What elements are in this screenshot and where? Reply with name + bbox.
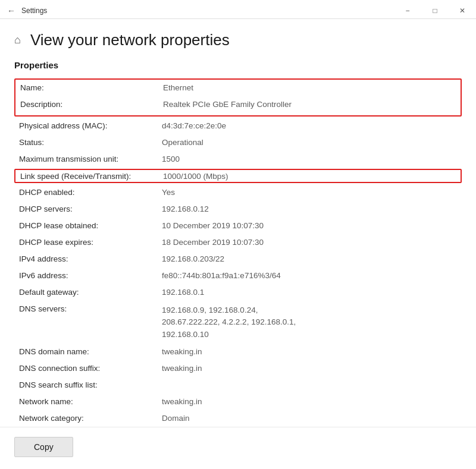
prop-value: d4:3d:7e:ce:2e:0e <box>162 121 457 130</box>
table-row: Physical address (MAC): d4:3d:7e:ce:2e:0… <box>14 118 462 134</box>
prop-label: Description: <box>20 99 163 109</box>
prop-value: Operational <box>162 137 457 147</box>
prop-value: 192.168.0.1 <box>162 287 457 297</box>
prop-value: tweaking.in <box>162 347 457 356</box>
table-row: DHCP lease expires: 18 December 2019 10:… <box>14 234 462 251</box>
prop-label: DNS connection suffix: <box>19 363 162 373</box>
prop-value: tweaking.in <box>162 396 457 406</box>
copy-button[interactable]: Copy <box>14 437 73 457</box>
table-row: DNS domain name: tweaking.in <box>14 344 462 360</box>
table-row: Name: Ethernet <box>20 81 456 97</box>
table-row: DHCP enabled: Yes <box>14 184 462 201</box>
table-row: Network name: tweaking.in <box>14 394 462 410</box>
prop-label: Default gateway: <box>19 287 162 297</box>
prop-value: Yes <box>162 187 457 197</box>
titlebar-title: Settings <box>21 7 47 15</box>
prop-value: Realtek PCIe GbE Family Controller <box>163 99 456 109</box>
prop-label: DHCP servers: <box>19 204 162 213</box>
table-row: IPv6 address: fe80::744b:801a:f9a1:e716%… <box>14 267 462 284</box>
prop-label: IPv6 address: <box>19 270 162 280</box>
prop-label: DNS servers: <box>19 304 162 313</box>
prop-label: Network category: <box>19 413 162 423</box>
prop-label: DNS domain name: <box>19 347 162 356</box>
table-row: Description: Realtek PCIe GbE Family Con… <box>20 97 456 114</box>
table-row: Default gateway: 192.168.0.1 <box>14 284 462 301</box>
prop-label: Name: <box>20 83 163 92</box>
prop-label: DHCP lease obtained: <box>19 221 162 230</box>
table-row: DNS search suffix list: <box>14 377 462 394</box>
page-header: ⌂ View your network properties <box>0 19 476 55</box>
prop-value: tweaking.in <box>162 363 457 373</box>
titlebar: ← Settings − □ ✕ <box>0 0 476 19</box>
properties-table: Name: Ethernet Description: Realtek PCIe… <box>0 77 476 427</box>
prop-value: 192.168.0.12 <box>162 204 457 213</box>
prop-value: fe80::744b:801a:f9a1:e716%3/64 <box>162 270 457 280</box>
titlebar-left: ← Settings <box>0 6 47 15</box>
table-row: Maximum transmission unit: 1500 <box>14 151 462 168</box>
prop-value: Domain <box>162 413 457 423</box>
prop-label: DHCP enabled: <box>19 187 162 197</box>
table-row: Network category: Domain <box>14 410 462 427</box>
prop-label: Status: <box>19 137 162 147</box>
prop-value: 18 December 2019 10:07:30 <box>162 237 457 247</box>
table-row: DNS connection suffix: tweaking.in <box>14 360 462 377</box>
prop-value: 192.168.0.203/22 <box>162 254 457 263</box>
table-row: DNS servers: 192.168.0.9, 192.168.0.24,2… <box>14 301 462 344</box>
highlight-box-link-speed: Link speed (Receive/Transmit): 1000/1000… <box>14 169 462 183</box>
prop-label: DNS search suffix list: <box>19 380 162 389</box>
prop-value: 1000/1000 (Mbps) <box>163 171 456 181</box>
copy-area: Copy <box>0 427 476 469</box>
prop-label: Physical address (MAC): <box>19 121 162 130</box>
prop-label: DHCP lease expires: <box>19 237 162 247</box>
section-heading: Properties <box>0 55 476 77</box>
prop-label: Maximum transmission unit: <box>19 154 162 163</box>
prop-value: 10 December 2019 10:07:30 <box>162 221 457 230</box>
titlebar-controls: − □ ✕ <box>394 1 476 20</box>
back-icon[interactable]: ← <box>7 6 15 15</box>
prop-value <box>162 380 457 380</box>
prop-value: 192.168.0.9, 192.168.0.24,208.67.222.222… <box>162 304 457 341</box>
table-row: DHCP lease obtained: 10 December 2019 10… <box>14 218 462 234</box>
prop-label: Link speed (Receive/Transmit): <box>20 171 163 181</box>
minimize-button[interactable]: − <box>394 1 421 20</box>
prop-label: IPv4 address: <box>19 254 162 263</box>
home-icon[interactable]: ⌂ <box>14 34 21 46</box>
prop-value: Ethernet <box>163 83 456 92</box>
table-row: IPv4 address: 192.168.0.203/22 <box>14 251 462 267</box>
table-row: DHCP servers: 192.168.0.12 <box>14 201 462 218</box>
maximize-button[interactable]: □ <box>421 1 449 20</box>
page-title: View your network properties <box>30 31 230 49</box>
main-content: ⌂ View your network properties Propertie… <box>0 19 476 469</box>
prop-value: 1500 <box>162 154 457 163</box>
close-button[interactable]: ✕ <box>449 1 476 20</box>
prop-label: Network name: <box>19 396 162 406</box>
highlight-box-name-desc: Name: Ethernet Description: Realtek PCIe… <box>14 78 462 117</box>
table-row: Status: Operational <box>14 134 462 151</box>
